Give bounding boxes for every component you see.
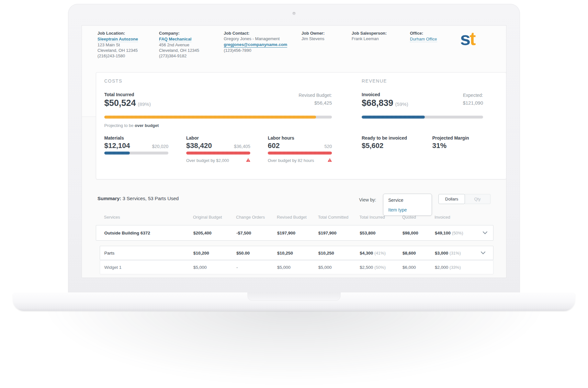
table-row-widget[interactable]: Widget 1 $5,000 - $5,000 $5,000 $2,500(5…	[100, 260, 493, 274]
dropdown-option-service[interactable]: Service	[388, 198, 403, 203]
labor-progress-bar	[186, 152, 250, 154]
logo-letter-t: t	[469, 28, 475, 49]
row-service-quoted: $98,000	[402, 231, 418, 235]
row-service-total-committed: $197,900	[318, 231, 336, 235]
ready-to-invoice-label: Ready to be invoiced	[362, 135, 407, 141]
invoiced-progress-bar	[362, 116, 483, 119]
job-contact-email-link[interactable]: gregjones@companyname.com	[224, 42, 287, 48]
summary-title-bold: Summary:	[97, 196, 121, 201]
job-contact-label: Job Contact:	[224, 30, 287, 36]
view-by-label: View by:	[359, 197, 376, 202]
warning-icon	[246, 158, 250, 163]
laptop-base	[13, 292, 575, 311]
row-widget-total-committed: $5,000	[318, 265, 332, 270]
row-service-name: Outside Building 6372	[104, 231, 150, 235]
ready-to-invoice-value: $5,602	[362, 142, 383, 150]
job-owner-label: Job Owner:	[301, 30, 325, 36]
job-location-label: Job Location:	[97, 30, 138, 36]
job-location-city: Cleveland, OH 12345	[97, 48, 138, 53]
labor-hours-budget: 520	[268, 144, 332, 149]
laptop-frame: Job Location: Sleeptrain Autozone 123 Ma…	[68, 4, 520, 293]
table-row-parts[interactable]: Parts $10,200 $50.00 $10,250 $10,250 $4,…	[100, 246, 493, 260]
row-parts-total-committed: $10,250	[318, 251, 334, 256]
job-contact-phone: (123)456-7890	[224, 48, 287, 53]
col-header-invoiced: Invoiced	[435, 215, 450, 220]
col-header-revised-budget: Revised Budget	[277, 215, 307, 220]
labor-hours-progress-bar	[268, 152, 332, 154]
job-contact-block: Job Contact: Gregory Jones - Management …	[224, 30, 287, 53]
projected-margin-value: 31%	[432, 142, 447, 150]
row-parts-invoiced: $3,000(31%)	[435, 251, 461, 256]
row-service-change-orders: -$7,500	[236, 231, 251, 235]
projection-note-prefix: Projecting to be	[104, 123, 133, 128]
company-link[interactable]: FAQ Mechanical	[159, 36, 191, 42]
row-service-total-incurred: $53,800	[360, 231, 376, 235]
chevron-down-icon[interactable]	[481, 252, 485, 255]
materials-budget: $20,020	[104, 144, 168, 149]
office-label: Office:	[410, 30, 437, 36]
company-block: Company: FAQ Mechanical 456 2nd Avenue C…	[159, 30, 199, 59]
labor-hours-warning: Over budget by 82 hours	[268, 158, 332, 163]
col-header-total-incurred: Total Incurred	[359, 215, 385, 220]
row-service-original-budget: $205,400	[193, 231, 211, 235]
row-widget-invoiced: $2,000(33%)	[435, 265, 461, 270]
expected-value: $121,090	[362, 100, 483, 106]
job-contact-name: Gregory Jones - Management	[224, 36, 287, 41]
company-street: 456 2nd Avenue	[159, 42, 199, 48]
qty-toggle-button[interactable]: Qty	[465, 194, 491, 204]
view-by-dropdown: Service Item type	[383, 194, 432, 216]
labor-progress-fill	[186, 152, 250, 154]
row-widget-revised-budget: $5,000	[277, 265, 290, 270]
costs-revenue-card: COSTS REVENUE Total Incurred $50,524(89%…	[96, 72, 506, 179]
revised-budget-value: $56,425	[104, 100, 332, 106]
job-salesperson-name: Frank Leeman	[352, 36, 387, 41]
job-salesperson-label: Job Salesperson:	[352, 30, 387, 36]
company-city: Cleveland, OH 12345	[159, 48, 199, 53]
company-phone: (273)384-9182	[159, 53, 199, 59]
job-owner-name: Jim Stevens	[301, 36, 325, 41]
projection-note: Projecting to be over budget	[104, 123, 159, 128]
row-parts-revised-budget: $10,250	[277, 251, 293, 256]
job-salesperson-block: Job Salesperson: Frank Leeman	[352, 30, 387, 41]
office-link[interactable]: Durham Office	[410, 36, 437, 42]
row-parts-total-incurred: $4,300(41%)	[360, 251, 386, 256]
revenue-section-title: REVENUE	[362, 78, 387, 84]
job-location-link[interactable]: Sleeptrain Autozone	[97, 36, 138, 42]
dropdown-option-item-type[interactable]: Item type	[388, 207, 407, 212]
warning-icon	[328, 158, 332, 163]
logo-letter-s: s	[460, 28, 469, 49]
projected-margin-value-row: 31%	[432, 142, 447, 150]
materials-progress-fill	[104, 152, 130, 154]
labor-label: Labor	[186, 135, 199, 141]
revised-budget-label: Revised Budget:	[104, 93, 332, 98]
labor-hours-progress-fill	[268, 152, 332, 154]
projection-note-bold: over budget	[135, 123, 159, 128]
company-label: Company:	[159, 30, 199, 36]
laptop-shadow	[49, 304, 539, 382]
job-owner-block: Job Owner: Jim Stevens	[301, 30, 325, 41]
summary-title: Summary: 3 Services, 53 Parts Used	[97, 196, 179, 201]
total-incurred-progress-fill	[104, 116, 316, 119]
office-block: Office: Durham Office	[410, 30, 437, 42]
invoiced-progress-fill	[362, 116, 425, 119]
col-header-total-committed: Total Committed	[318, 215, 348, 220]
col-header-services: Services	[104, 215, 120, 220]
materials-progress-bar	[104, 152, 168, 154]
summary-title-rest: 3 Services, 53 Parts Used	[123, 196, 179, 201]
dollars-toggle-button[interactable]: Dollars	[438, 194, 465, 204]
labor-hours-label: Labor hours	[268, 135, 294, 141]
table-row-service[interactable]: Outside Building 6372 $205,400 -$7,500 $…	[96, 225, 493, 241]
costs-section-title: COSTS	[104, 78, 122, 84]
chevron-down-icon[interactable]	[483, 232, 487, 234]
job-location-phone: (216)243-1580	[97, 53, 138, 59]
expected-label: Expected:	[362, 93, 483, 98]
laptop-screen: Job Location: Sleeptrain Autozone 123 Ma…	[82, 25, 506, 278]
job-location-street: 123 Main St	[97, 42, 138, 48]
row-parts-original-budget: $10,200	[193, 251, 209, 256]
job-location-block: Job Location: Sleeptrain Autozone 123 Ma…	[97, 30, 138, 59]
row-service-revised-budget: $197,900	[277, 231, 295, 235]
col-header-change-orders: Change Orders	[236, 215, 265, 220]
row-parts-name: Parts	[104, 251, 115, 256]
total-incurred-progress-bar	[104, 116, 332, 119]
row-parts-change-orders: $50.00	[236, 251, 250, 256]
